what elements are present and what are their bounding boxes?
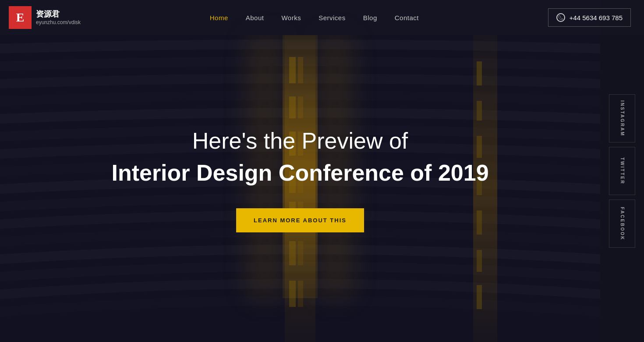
nav-item-blog[interactable]: Blog	[363, 14, 377, 21]
social-instagram-label: INSTAGRAM	[620, 100, 625, 136]
social-twitter[interactable]: TWITTER	[609, 147, 635, 195]
hero-title-line2: Interior Design Conference of 2019	[111, 159, 488, 186]
logo-letter: E	[16, 11, 25, 25]
nav-item-works[interactable]: Works	[281, 14, 301, 21]
logo-box: E	[9, 6, 32, 29]
site-header: E 资源君 eyunzhu.com/vdisk Home About Works…	[0, 0, 644, 35]
social-instagram[interactable]: INSTAGRAM	[609, 94, 635, 142]
social-sidebar: INSTAGRAM TWITTER FACEBOOK	[600, 0, 644, 342]
hero-section: Here's the Preview of Interior Design Co…	[0, 0, 600, 342]
main-nav: Home About Works Services Blog Contact	[210, 14, 419, 21]
nav-item-about[interactable]: About	[246, 14, 264, 21]
social-twitter-label: TWITTER	[620, 157, 625, 185]
phone-number: +44 5634 693 785	[570, 14, 623, 21]
phone-icon	[556, 13, 565, 22]
social-facebook-label: FACEBOOK	[620, 207, 625, 241]
phone-area: +44 5634 693 785	[548, 8, 631, 27]
logo-url: eyunzhu.com/vdisk	[36, 19, 81, 25]
logo-link[interactable]: E 资源君 eyunzhu.com/vdisk	[9, 6, 81, 29]
hero-content: Here's the Preview of Interior Design Co…	[0, 0, 600, 342]
social-facebook[interactable]: FACEBOOK	[609, 200, 635, 248]
nav-item-home[interactable]: Home	[210, 14, 228, 21]
hero-title-line1: Here's the Preview of	[192, 127, 408, 154]
nav-item-services[interactable]: Services	[318, 14, 346, 21]
logo-brand: 资源君	[36, 10, 81, 19]
nav-item-contact[interactable]: Contact	[395, 14, 419, 21]
logo-text-area: 资源君 eyunzhu.com/vdisk	[36, 10, 81, 25]
hero-cta-button[interactable]: LEARN MORE ABOUT THIS	[236, 208, 364, 232]
